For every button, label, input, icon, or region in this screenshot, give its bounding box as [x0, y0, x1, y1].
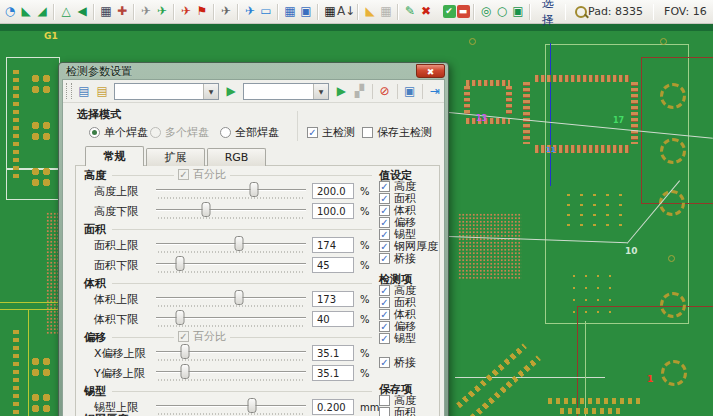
load-template-icon[interactable]: ▤ [94, 83, 110, 100]
checkbox[interactable] [307, 127, 318, 138]
slider-track[interactable] [156, 256, 306, 274]
selection-rect-icon[interactable]: ▭ [259, 3, 274, 20]
checkbox[interactable] [379, 395, 390, 406]
value-input[interactable]: 200.0 [312, 183, 354, 199]
dart-green-icon[interactable]: ✈ [155, 3, 170, 20]
checkbox-save-main-detect[interactable]: 保存主检测 [362, 125, 432, 140]
template-combo-2[interactable]: ▼ [243, 83, 329, 100]
value-input[interactable]: 173 [312, 291, 354, 307]
value-input[interactable]: 35.1 [312, 345, 354, 361]
angle-measure-icon[interactable]: △ [59, 3, 74, 20]
master-checkbox[interactable] [444, 272, 445, 283]
tab-extended[interactable]: 扩展 [146, 148, 205, 166]
save-template-icon[interactable]: ▤ [76, 83, 92, 100]
dart-gray-icon[interactable]: ✈ [139, 3, 154, 20]
target-circle-icon[interactable]: ◎ [479, 3, 494, 20]
edit-signature-icon[interactable]: ✎ [403, 3, 418, 20]
checkbox[interactable] [379, 285, 390, 296]
master-checkbox[interactable] [444, 382, 445, 393]
save-icon[interactable]: ▣ [402, 83, 418, 100]
table-icon[interactable]: ▦ [283, 3, 298, 20]
slider-thumb[interactable] [180, 364, 189, 379]
slider-thumb[interactable] [249, 182, 258, 197]
close-button[interactable]: ✖ [416, 64, 445, 78]
circle-icon[interactable]: ○ [495, 3, 510, 20]
slider-thumb[interactable] [234, 290, 243, 305]
tab-general[interactable]: 常规 [85, 146, 144, 166]
radio-dot[interactable] [89, 127, 100, 138]
slider-track[interactable] [156, 236, 306, 254]
checkbox-item[interactable]: 面积 [379, 406, 445, 416]
checkbox[interactable] [379, 253, 390, 264]
block-icon[interactable]: ⊘ [377, 83, 393, 100]
slider-track[interactable] [156, 182, 306, 200]
slider-thumb[interactable] [176, 310, 185, 325]
value-input[interactable]: 35.1 [312, 365, 354, 381]
value-input[interactable]: 174 [312, 237, 354, 253]
checkbox[interactable] [379, 217, 390, 228]
template-combo-1[interactable]: ▼ [114, 83, 219, 100]
checkbox[interactable] [379, 407, 390, 416]
pcb-pad-strip [560, 408, 620, 414]
checkbox[interactable] [379, 297, 390, 308]
chevron-down-icon[interactable]: ▼ [203, 84, 218, 99]
dart-red-icon[interactable]: ✈ [179, 3, 194, 20]
checkbox[interactable] [379, 181, 390, 192]
sort-az-icon[interactable]: A↓ [339, 3, 354, 20]
slider-track[interactable] [156, 202, 306, 220]
apply-template-1-icon[interactable]: ▶ [223, 83, 239, 100]
checkbox[interactable] [379, 321, 390, 332]
camera-icon[interactable]: ▣ [299, 3, 314, 20]
slider-thumb[interactable] [234, 236, 243, 251]
checkbox[interactable] [379, 193, 390, 204]
tab-rgb[interactable]: RGB [207, 148, 266, 166]
checkbox[interactable] [379, 333, 390, 344]
checkbox-item[interactable]: 桥接 [379, 252, 445, 264]
checkbox[interactable] [379, 229, 390, 240]
dialog-titlebar[interactable]: 检测参数设置 ✖ [62, 63, 445, 79]
chevron-down-icon[interactable]: ▼ [313, 84, 328, 99]
master-checkbox[interactable] [444, 168, 445, 179]
value-input[interactable]: 45 [312, 257, 354, 273]
slider-thumb[interactable] [201, 202, 210, 217]
stop-tile-icon[interactable]: ▬ [457, 5, 470, 18]
select-button[interactable]: 选择 [534, 0, 562, 29]
square-target-icon[interactable]: ▣ [511, 3, 526, 20]
slider-thumb[interactable] [176, 256, 185, 271]
slider-track[interactable] [156, 344, 306, 362]
radio-dot[interactable] [220, 127, 231, 138]
confirm-tile-icon[interactable]: ✔ [443, 5, 456, 18]
circle-tool-icon[interactable]: ◔ [3, 3, 18, 20]
value-input[interactable]: 40 [312, 311, 354, 327]
dart-dark-icon[interactable]: ✈ [219, 3, 234, 20]
radio-all-pads[interactable]: 全部焊盘 [220, 125, 279, 140]
image-view-icon[interactable]: ▦ [99, 3, 114, 20]
slider-track[interactable] [156, 310, 306, 328]
checkbox-item[interactable]: 桥接 [379, 356, 445, 368]
grid-blocks-icon[interactable]: ▦ [323, 3, 338, 20]
checkbox[interactable] [379, 205, 390, 216]
delete-icon[interactable]: ✖ [419, 3, 434, 20]
slider-thumb[interactable] [180, 344, 189, 359]
grid-disabled-icon[interactable]: ▦ [379, 3, 394, 20]
chart-disabled-icon[interactable]: ▞ [351, 83, 367, 100]
flip-vertical-icon[interactable]: ◢ [35, 3, 50, 20]
value-input[interactable]: 100.0 [312, 203, 354, 219]
radio-single-pad[interactable]: 单个焊盘 [89, 125, 148, 140]
export-icon[interactable]: ⇥ [427, 83, 443, 100]
checkbox-main-detect[interactable]: 主检测 [307, 125, 355, 140]
cone-icon[interactable]: ◀ [75, 3, 90, 20]
checkbox[interactable] [379, 357, 390, 368]
checkbox[interactable] [362, 127, 373, 138]
checkbox[interactable] [379, 309, 390, 320]
dart-blue-icon[interactable]: ✈ [243, 3, 258, 20]
repair-tools-icon[interactable]: ✚ [115, 3, 130, 20]
slider-track[interactable] [156, 364, 306, 382]
set-square-icon[interactable]: ◣ [363, 3, 378, 20]
apply-template-2-icon[interactable]: ▶ [333, 83, 349, 100]
slider-track[interactable] [156, 290, 306, 308]
flip-horizontal-icon[interactable]: ◣ [19, 3, 34, 20]
location-pin-icon[interactable]: ⚑ [195, 3, 210, 20]
checkbox[interactable] [379, 241, 390, 252]
checkbox-item[interactable]: 锡型 [379, 332, 445, 344]
